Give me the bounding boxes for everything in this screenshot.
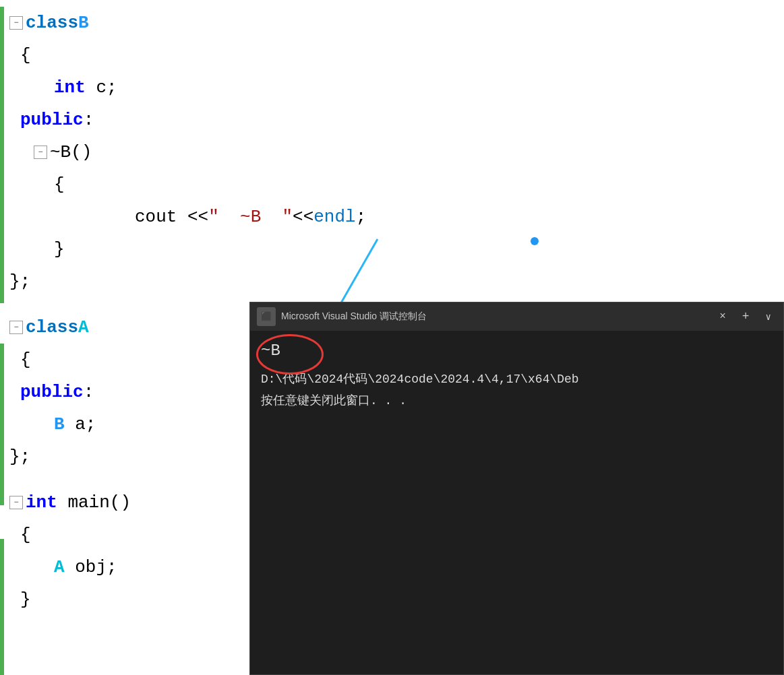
output-prompt: 按任意键关闭此窗口. . . — [261, 390, 773, 412]
line-int-c: int c; — [0, 71, 784, 104]
terminal-close-button[interactable]: × — [714, 309, 731, 324]
line-open-brace-b: { — [0, 39, 784, 71]
line-cout: cout << " ~B " << endl ; — [0, 201, 784, 233]
terminal-body: ~B D:\代码\2024代码\2024code\2024.4\4,17\x64… — [250, 331, 783, 421]
line-open-brace-destructor: { — [0, 168, 784, 201]
line-destructor-b: − ~B() — [0, 136, 784, 168]
collapse-destructor-b[interactable]: − — [34, 146, 47, 159]
keyword-class-a: class — [26, 311, 78, 344]
collapse-class-b[interactable]: − — [9, 16, 23, 30]
output-tilde-b: ~B — [261, 340, 773, 362]
line-close-class-b: }; — [0, 265, 784, 298]
line-class-b-header: − class B — [0, 7, 784, 39]
output-path: D:\代码\2024代码\2024code\2024.4\4,17\x64\De… — [261, 368, 773, 390]
terminal-title-bar: ⬛ Microsoft Visual Studio 调试控制台 × + ∨ — [250, 302, 783, 331]
line-public-b: public : — [0, 104, 784, 136]
classname-a: A — [78, 311, 89, 344]
collapse-class-a[interactable]: − — [9, 321, 23, 334]
terminal-chevron-button[interactable]: ∨ — [760, 310, 777, 324]
collapse-main[interactable]: − — [9, 496, 23, 509]
line-close-brace-destructor: } — [0, 233, 784, 265]
terminal-title-text: Microsoft Visual Studio 调试控制台 — [281, 311, 708, 323]
keyword-class-b: class — [26, 7, 78, 39]
terminal-app-icon: ⬛ — [257, 307, 276, 326]
terminal-window: ⬛ Microsoft Visual Studio 调试控制台 × + ∨ ~B… — [249, 302, 784, 675]
terminal-plus-button[interactable]: + — [737, 309, 755, 325]
classname-b: B — [78, 7, 89, 39]
